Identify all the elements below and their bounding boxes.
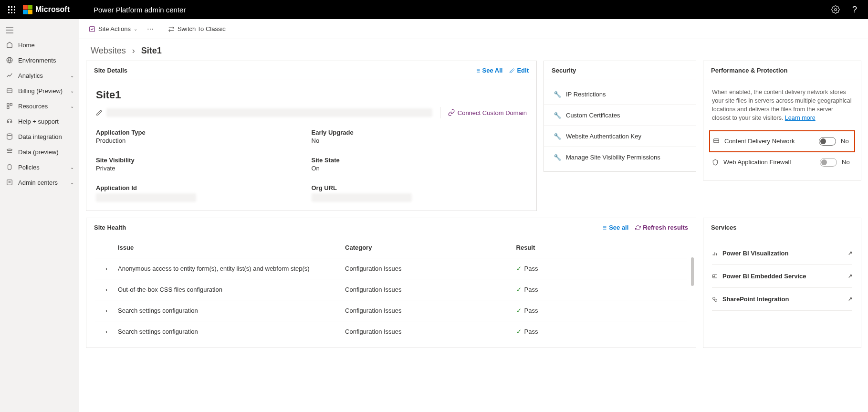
col-result: Result (516, 244, 687, 251)
security-ip-restrictions[interactable]: 🔧 IP Restrictions (544, 84, 696, 105)
embed-icon (712, 274, 718, 279)
pencil-icon[interactable] (96, 109, 103, 116)
nav-label: Environments (18, 57, 56, 64)
cmd-label: Site Actions (98, 25, 131, 32)
field-value: No (312, 137, 527, 144)
svg-point-11 (7, 149, 12, 151)
wrench-icon: 🔧 (554, 91, 561, 98)
nav-billing[interactable]: Billing (Preview) ⌄ (0, 83, 79, 98)
nav-resources[interactable]: Resources ⌄ (0, 98, 79, 114)
top-bar: Microsoft Power Platform admin center ? (0, 0, 868, 19)
nav-analytics[interactable]: Analytics ⌄ (0, 68, 79, 83)
sec-label: Website Authentication Key (566, 133, 641, 140)
service-sharepoint[interactable]: SharePoint Integration ↗ (712, 288, 852, 311)
card-title: Performance & Protection (711, 67, 787, 74)
cdn-state: No (841, 137, 851, 145)
expand-row-button[interactable]: › (95, 328, 118, 335)
health-see-all-link[interactable]: See all (601, 224, 628, 231)
nav-home[interactable]: Home (0, 37, 79, 53)
edit-link[interactable]: Edit (509, 67, 529, 74)
site-health-card: Site Health See all Refresh results (86, 218, 696, 348)
svc-label: SharePoint Integration (722, 296, 789, 303)
chevron-down-icon: ⌄ (70, 73, 74, 78)
expand-row-button[interactable]: › (95, 265, 118, 272)
nav-environments[interactable]: Environments (0, 53, 79, 68)
field-label: Site Visibility (96, 157, 312, 164)
col-issue: Issue (118, 244, 345, 251)
help-icon[interactable]: ? (849, 4, 860, 15)
field-label: Application Type (96, 129, 312, 136)
perf-description: When enabled, the content delivery netwo… (712, 89, 852, 121)
site-actions-button[interactable]: Site Actions ⌄ (89, 25, 137, 32)
category-cell: Configuration Issues (345, 286, 516, 293)
svg-point-0 (835, 9, 837, 11)
cdn-label: Content Delivery Network (724, 137, 814, 145)
chevron-right-icon: › (105, 286, 107, 293)
cdn-row: Content Delivery Network No (709, 130, 855, 152)
nav-help[interactable]: Help + support (0, 114, 79, 129)
service-powerbi-embedded[interactable]: Power BI Embedded Service ↗ (712, 265, 852, 288)
app-launcher-icon[interactable] (4, 2, 19, 17)
site-url-redacted (106, 108, 432, 117)
nav-data-preview[interactable]: Data (preview) (0, 144, 79, 159)
org-url-redacted (312, 193, 412, 202)
breadcrumb-current: Site1 (141, 46, 162, 55)
nav-label: Resources (18, 103, 48, 110)
scrollbar[interactable] (691, 257, 694, 286)
nav-label: Billing (Preview) (18, 87, 63, 95)
field-label: Site State (312, 157, 527, 164)
table-row: › Search settings configuration Configur… (95, 321, 687, 342)
field-label: Application Id (96, 184, 312, 191)
nav-data-integration[interactable]: Data integration (0, 129, 79, 144)
nav-policies[interactable]: Policies ⌄ (0, 159, 79, 175)
expand-row-button[interactable]: › (95, 286, 118, 293)
svg-point-29 (715, 299, 717, 301)
more-actions-button[interactable]: ⋯ (147, 25, 154, 33)
chevron-down-icon: ⌄ (70, 180, 74, 185)
chevron-right-icon: › (105, 265, 107, 272)
app-title: Power Platform admin center (94, 6, 186, 14)
sharepoint-icon (712, 296, 718, 302)
site-details-card: Site Details See All Edit (86, 61, 537, 211)
sidebar-toggle[interactable] (0, 23, 79, 37)
issue-cell: Search settings configuration (118, 307, 345, 314)
field-value: Production (96, 137, 312, 144)
svg-point-28 (713, 297, 715, 299)
swap-icon (168, 26, 175, 32)
performance-protection-card: Performance & Protection When enabled, t… (703, 61, 861, 180)
service-powerbi-viz[interactable]: Power BI Visualization ↗ (712, 242, 852, 265)
policies-icon (6, 163, 13, 171)
sidebar: Home Environments Analytics ⌄ Billing (P… (0, 19, 79, 412)
nav-label: Home (18, 42, 35, 49)
chevron-down-icon: ⌄ (70, 104, 74, 109)
refresh-results-link[interactable]: Refresh results (635, 224, 688, 231)
chart-icon (6, 72, 13, 79)
breadcrumb-parent[interactable]: Websites (91, 46, 126, 55)
nav-admin-centers[interactable]: Admin centers ⌄ (0, 175, 79, 190)
divider (440, 107, 440, 118)
field-label: Early Upgrade (312, 129, 527, 136)
svg-rect-9 (7, 106, 9, 108)
check-icon: ✓ (516, 307, 522, 314)
learn-more-link[interactable]: Learn more (785, 115, 816, 121)
expand-row-button[interactable]: › (95, 307, 118, 314)
shield-icon (712, 159, 719, 166)
chevron-down-icon: ⌄ (70, 88, 74, 94)
settings-icon[interactable] (830, 4, 841, 15)
table-row: › Out-of-the-box CSS files configuration… (95, 279, 687, 300)
nav-label: Policies (18, 164, 40, 171)
cdn-toggle[interactable] (819, 137, 836, 146)
connect-custom-domain-link[interactable]: Connect Custom Domain (448, 107, 527, 118)
category-cell: Configuration Issues (345, 265, 516, 272)
security-auth-key[interactable]: 🔧 Website Authentication Key (544, 126, 696, 147)
chevron-right-icon: › (105, 328, 107, 335)
see-all-link[interactable]: See All (475, 67, 503, 74)
svc-label: Power BI Embedded Service (722, 273, 806, 280)
security-visibility-permissions[interactable]: 🔧 Manage Site Visibility Permissions (544, 147, 696, 168)
security-custom-certificates[interactable]: 🔧 Custom Certificates (544, 105, 696, 126)
switch-classic-button[interactable]: Switch To Classic (168, 25, 226, 32)
nav-label: Admin centers (18, 179, 58, 186)
sec-label: Custom Certificates (566, 112, 620, 119)
nav-label: Analytics (18, 72, 43, 79)
svg-point-10 (7, 134, 12, 136)
